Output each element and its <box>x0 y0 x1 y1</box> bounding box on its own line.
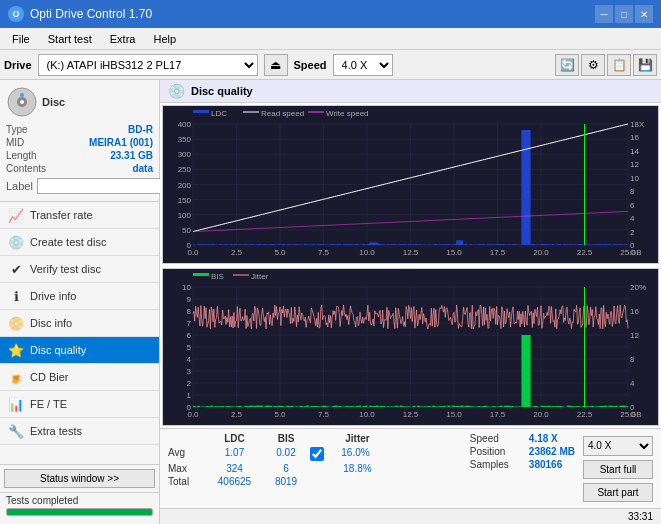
stats-jitter-avg: 16.0% <box>328 447 383 461</box>
samples-stat-label: Samples <box>470 459 525 470</box>
disc-mid-label: MID <box>6 137 24 148</box>
transfer-rate-icon: 📈 <box>8 207 24 223</box>
time-display: 33:31 <box>160 508 661 524</box>
status-window-button[interactable]: Status window >> <box>4 469 155 488</box>
sidebar-item-verify-test-disc[interactable]: ✔ Verify test disc <box>0 256 159 283</box>
title-bar-left: O Opti Drive Control 1.70 <box>8 6 152 22</box>
title-bar: O Opti Drive Control 1.70 ─ □ ✕ <box>0 0 661 28</box>
disc-contents-row: Contents data <box>6 163 153 174</box>
charts-wrapper <box>160 103 661 428</box>
stats-total-row: Total 406625 8019 <box>168 476 462 487</box>
window-title: Opti Drive Control 1.70 <box>30 7 152 21</box>
stats-col-empty <box>168 433 203 444</box>
sidebar-item-extra-tests-label: Extra tests <box>30 425 82 437</box>
sidebar-item-create-test-disc[interactable]: 💿 Create test disc <box>0 229 159 256</box>
disc-mid-row: MID MEIRA1 (001) <box>6 137 153 148</box>
chart2-section <box>162 268 659 426</box>
svg-point-3 <box>20 93 24 97</box>
menu-file[interactable]: File <box>4 31 38 47</box>
sidebar-item-disc-quality[interactable]: ⭐ Disc quality <box>0 337 159 364</box>
app-icon: O <box>8 6 24 22</box>
stats-avg-label: Avg <box>168 447 203 461</box>
disc-quality-header: 💿 Disc quality <box>160 80 661 103</box>
drive-label: Drive <box>4 59 32 71</box>
sidebar-item-transfer-rate[interactable]: 📈 Transfer rate <box>0 202 159 229</box>
refresh-button[interactable]: 🔄 <box>555 54 579 76</box>
stats-col-check <box>310 433 326 444</box>
menu-help[interactable]: Help <box>145 31 184 47</box>
position-stat-value: 23862 MB <box>529 446 575 457</box>
position-stat-row: Position 23862 MB <box>470 446 575 457</box>
verify-test-disc-icon: ✔ <box>8 261 24 277</box>
disc-type-value: BD-R <box>128 124 153 135</box>
copy-button[interactable]: 📋 <box>607 54 631 76</box>
disc-contents-label: Contents <box>6 163 46 174</box>
disc-header: Disc <box>6 86 153 118</box>
extra-tests-icon: 🔧 <box>8 423 24 439</box>
disc-length-row: Length 23.31 GB <box>6 150 153 161</box>
sidebar-item-drive-info[interactable]: ℹ Drive info <box>0 283 159 310</box>
toolbar-buttons: 🔄 ⚙ 📋 💾 <box>555 54 657 76</box>
stats-bis-max: 6 <box>266 463 306 474</box>
sidebar: Disc Type BD-R MID MEIRA1 (001) Length 2… <box>0 80 160 524</box>
eject-button[interactable]: ⏏ <box>264 54 288 76</box>
close-button[interactable]: ✕ <box>635 5 653 23</box>
drive-bar: Drive (K:) ATAPI iHBS312 2 PL17 ⏏ Speed … <box>0 50 661 80</box>
time-value: 33:31 <box>628 511 653 522</box>
sidebar-item-cd-bier-label: CD Bier <box>30 371 69 383</box>
sidebar-item-disc-quality-label: Disc quality <box>30 344 86 356</box>
stats-header-row: LDC BIS Jitter <box>168 433 462 444</box>
ldc-chart <box>163 106 658 263</box>
sidebar-item-disc-info-label: Disc info <box>30 317 72 329</box>
speed-stat-label: Speed <box>470 433 525 444</box>
minimize-button[interactable]: ─ <box>595 5 613 23</box>
sidebar-item-disc-info[interactable]: 📀 Disc info <box>0 310 159 337</box>
stats-total-label: Total <box>168 476 203 487</box>
save-button[interactable]: 💾 <box>633 54 657 76</box>
sidebar-item-fe-te[interactable]: 📊 FE / TE <box>0 391 159 418</box>
start-full-button[interactable]: Start full <box>583 460 653 479</box>
disc-mid-value: MEIRA1 (001) <box>89 137 153 148</box>
disc-info-panel: Disc Type BD-R MID MEIRA1 (001) Length 2… <box>0 80 159 202</box>
status-bar: Tests completed <box>0 492 159 524</box>
stats-ldc-avg: 1.07 <box>207 447 262 461</box>
disc-length-label: Length <box>6 150 37 161</box>
disc-section-label: Disc <box>42 96 65 108</box>
menu-start-test[interactable]: Start test <box>40 31 100 47</box>
disc-contents-value: data <box>132 163 153 174</box>
disc-info-icon: 📀 <box>8 315 24 331</box>
stats-ldc-total: 406625 <box>207 476 262 487</box>
menu-extra[interactable]: Extra <box>102 31 144 47</box>
chart1-section <box>162 105 659 264</box>
action-buttons: 4.0 X Start full Start part <box>583 433 653 504</box>
drive-info-icon: ℹ <box>8 288 24 304</box>
stats-table: LDC BIS Jitter Avg 1.07 0.02 16.0% Max 3… <box>168 433 462 504</box>
stats-max-label: Max <box>168 463 203 474</box>
settings-button[interactable]: ⚙ <box>581 54 605 76</box>
start-part-button[interactable]: Start part <box>583 483 653 502</box>
disc-quality-title: Disc quality <box>191 85 253 97</box>
position-stat-label: Position <box>470 446 525 457</box>
disc-type-row: Type BD-R <box>6 124 153 135</box>
stats-bar: LDC BIS Jitter Avg 1.07 0.02 16.0% Max 3… <box>160 428 661 508</box>
disc-type-label: Type <box>6 124 28 135</box>
sidebar-item-extra-tests[interactable]: 🔧 Extra tests <box>0 418 159 445</box>
speed-stat-value: 4.18 X <box>529 433 558 444</box>
speed-select[interactable]: 4.0 X <box>333 54 393 76</box>
stats-bis-total: 8019 <box>266 476 306 487</box>
drive-select[interactable]: (K:) ATAPI iHBS312 2 PL17 <box>38 54 258 76</box>
bis-jitter-chart <box>163 269 658 425</box>
jitter-checkbox[interactable] <box>310 447 324 461</box>
progress-bar-inner <box>7 509 152 515</box>
stats-avg-row: Avg 1.07 0.02 16.0% <box>168 447 462 461</box>
stats-col-ldc: LDC <box>207 433 262 444</box>
stats-col-bis: BIS <box>266 433 306 444</box>
disc-length-value: 23.31 GB <box>110 150 153 161</box>
maximize-button[interactable]: □ <box>615 5 633 23</box>
speed-action-select[interactable]: 4.0 X <box>583 436 653 456</box>
disc-label-input[interactable] <box>37 178 170 194</box>
stats-max-row: Max 324 6 18.8% <box>168 463 462 474</box>
content-area: 💿 Disc quality LDC BIS Jitter <box>160 80 661 524</box>
main-area: Disc Type BD-R MID MEIRA1 (001) Length 2… <box>0 80 661 524</box>
sidebar-item-cd-bier[interactable]: 🍺 CD Bier <box>0 364 159 391</box>
